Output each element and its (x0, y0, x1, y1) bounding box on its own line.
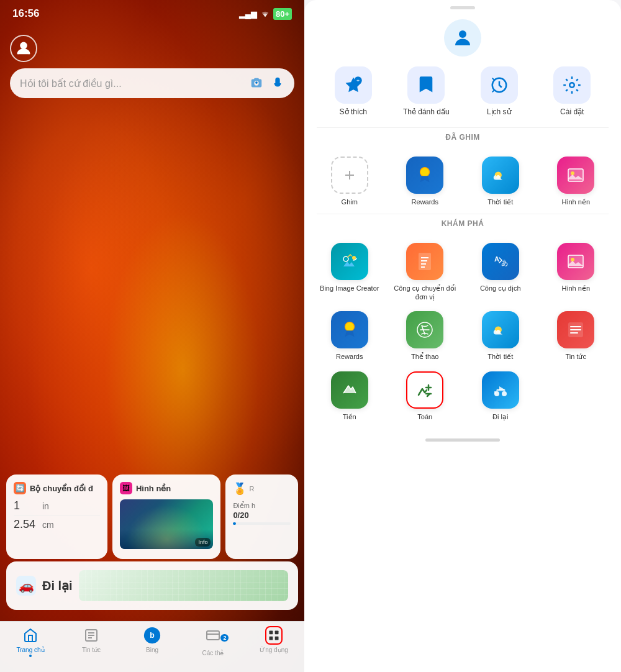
medal2-icon-svg (340, 320, 359, 339)
settings-icon-bg (553, 66, 591, 104)
tab-cards-label: Các thẻ (202, 650, 224, 656)
travel-icon: 🚗 (16, 576, 36, 596)
weather-discover-icon-bg (482, 311, 519, 348)
svg-text:b: b (150, 631, 154, 640)
rewards-discover-label: Rewards (336, 352, 363, 361)
app-item-travel-discover[interactable]: Đi lại (465, 371, 536, 421)
tab-home-label: Trang chủ (16, 647, 44, 653)
quick-action-history[interactable]: Lịch sử (474, 66, 524, 117)
bookmarks-label: Thẻ đánh dấu (403, 107, 450, 117)
svg-point-20 (420, 167, 430, 176)
tab-home[interactable]: Trang chủ (0, 627, 61, 657)
tab-bing[interactable]: b Bing (122, 627, 183, 653)
math-label: Toán (417, 412, 432, 421)
unit-converter-icon-svg (416, 252, 433, 271)
app-item-translate[interactable]: A あ Công cụ dịch (465, 243, 536, 302)
plus-icon (342, 168, 357, 183)
money-label: Tiền (343, 412, 356, 421)
app-item-pin[interactable]: Ghim (314, 157, 385, 206)
wallpaper-icon-svg (567, 168, 584, 183)
sports-icon-svg (415, 320, 434, 339)
unit-converter-card[interactable]: 🔄 Bộ chuyển đổi đ 1 in 2.54 cm (6, 474, 107, 559)
weather-discover-label: Thời tiết (487, 352, 513, 361)
quick-action-bookmarks[interactable]: Thẻ đánh dấu (401, 66, 451, 117)
app-item-weather-pinned[interactable]: Thời tiết (465, 157, 536, 206)
rewards-pinned-label: Rewards (412, 198, 438, 206)
discover-app-grid: Bing Image Creator Công cụ chuyển đổi đ (314, 243, 611, 421)
points-suffix: R (249, 485, 254, 493)
unit-val1: 1 (14, 499, 39, 512)
points-card[interactable]: 🏅 R Điểm h 0/20 (225, 474, 298, 559)
left-panel: 16:56 ▂▄▆ 80+ Hỏi tôi bất cứ điều gì... (0, 0, 304, 672)
travel-discover-icon-bg (482, 371, 519, 409)
discover-section-header: KHÁM PHÁ (304, 214, 621, 235)
tab-bing-label: Bing (146, 647, 158, 653)
camera-icon[interactable] (250, 76, 263, 90)
app-item-sports[interactable]: Thể thao (390, 311, 461, 361)
info-button[interactable]: Info (195, 538, 211, 547)
app-item-rewards-discover[interactable]: Rewards (314, 311, 385, 361)
wallpaper-icon: 🖼 (120, 482, 132, 494)
tab-news-label: Tin tức (82, 647, 101, 653)
right-panel: + Sở thích Thẻ đánh dấu (304, 0, 621, 672)
image-creator-icon-svg (340, 252, 360, 271)
tab-apps[interactable]: Ứng dụng (243, 627, 304, 653)
unit-label2: cm (42, 520, 54, 530)
money-icon-bg (331, 371, 368, 409)
translate-label: Công cụ dịch (480, 284, 521, 293)
avatar[interactable] (444, 19, 481, 57)
weather-icon-svg (491, 166, 510, 184)
app-item-math[interactable]: Toán (390, 371, 461, 421)
bing-icon: b (143, 627, 161, 644)
mic-icon[interactable] (271, 76, 284, 90)
travel-card[interactable]: 🚗 Đi lại (6, 561, 298, 610)
favorites-label: Sở thích (340, 107, 367, 117)
left-status-icons: ▂▄▆ 80+ (239, 8, 292, 20)
wifi-icon (260, 9, 270, 19)
svg-rect-10 (275, 631, 279, 635)
home-indicator (425, 438, 500, 442)
svg-rect-8 (207, 631, 219, 640)
favorites-icon-bg: + (335, 66, 372, 104)
wallpaper-card[interactable]: 🖼 Hình nền Info (112, 474, 220, 559)
tab-news[interactable]: Tin tức (61, 627, 122, 653)
weather2-icon-svg (491, 321, 510, 338)
star-icon: + (344, 76, 363, 94)
pin-label: Ghim (342, 198, 358, 206)
pinned-section-header: ĐÃ GHIM (304, 128, 621, 149)
app-item-money[interactable]: Tiền (314, 371, 385, 421)
rewards-icon-bg (406, 157, 443, 194)
travel-discover-label: Đi lại (492, 412, 508, 421)
app-item-rewards[interactable]: Rewards (390, 157, 461, 206)
tab-cards[interactable]: Các thẻ 2 (183, 627, 243, 658)
wallpaper-pinned-icon-bg (557, 157, 594, 194)
news-discover-icon-bg (557, 311, 594, 348)
svg-point-13 (459, 30, 466, 38)
unit-icon: 🔄 (14, 482, 26, 494)
app-item-weather-discover[interactable]: Thời tiết (465, 311, 536, 361)
settings-icon (563, 76, 581, 94)
app-item-wallpaper-discover[interactable]: Hình nền (541, 243, 612, 302)
svg-rect-12 (275, 637, 279, 640)
app-item-news-discover[interactable]: Tin tức (541, 311, 612, 361)
medal-icon: 🏅 (233, 482, 247, 496)
app-item-image-creator[interactable]: Bing Image Creator (314, 243, 385, 302)
svg-point-25 (352, 256, 356, 260)
profile-icon[interactable] (10, 35, 37, 62)
unit-val2: 2.54 (14, 518, 39, 531)
points-value: 0/20 (233, 511, 291, 520)
left-time: 16:56 (12, 7, 39, 20)
svg-rect-1 (255, 81, 258, 84)
sports-label: Thể thao (411, 352, 438, 361)
progress-fill (233, 522, 236, 525)
quick-action-favorites[interactable]: + Sở thích (329, 66, 378, 117)
app-item-wallpaper-pinned[interactable]: Hình nền (541, 157, 612, 206)
wallpaper2-icon-svg (567, 254, 584, 269)
apps-icon (265, 627, 283, 644)
math-icon-svg (415, 380, 435, 400)
search-bar[interactable]: Hỏi tôi bất cứ điều gì... (10, 68, 294, 98)
pinned-grid: Ghim Rewards (304, 149, 621, 214)
quick-action-settings[interactable]: Cài đặt (547, 66, 597, 117)
app-item-unit-converter[interactable]: Công cụ chuyển đổi đơn vị (390, 243, 461, 302)
sports-icon-bg (406, 311, 443, 348)
